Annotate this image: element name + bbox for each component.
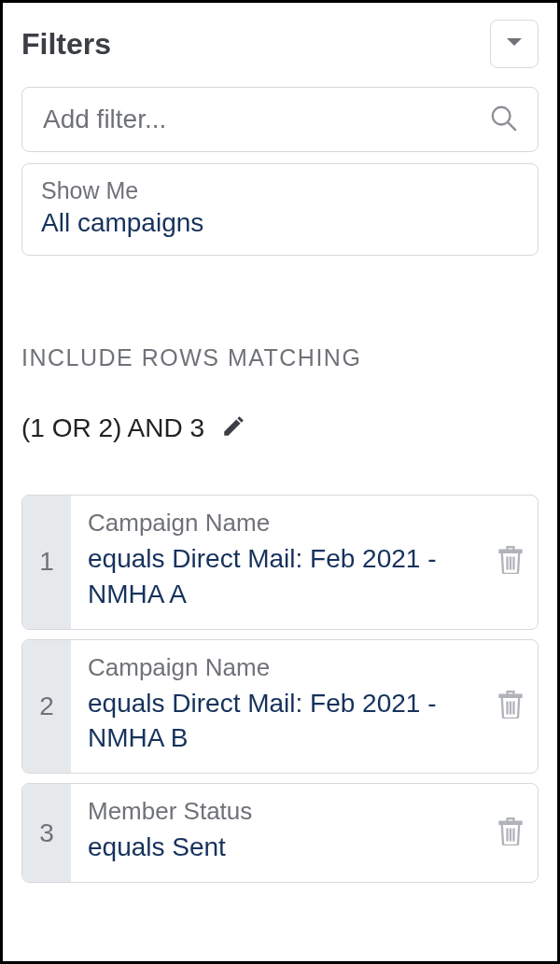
filter-condition: equals Direct Mail: Feb 2021 - NMHA B: [88, 686, 467, 757]
trash-icon: [497, 546, 524, 578]
filter-field-label: Member Status: [88, 797, 467, 826]
filters-menu-button[interactable]: [490, 20, 539, 68]
chevron-down-icon: [505, 35, 524, 52]
pencil-icon[interactable]: [221, 414, 245, 442]
filter-logic-row: (1 OR 2) AND 3: [21, 413, 539, 443]
spacer: [21, 256, 539, 344]
show-me-selector[interactable]: Show Me All campaigns: [21, 163, 539, 256]
filter-row[interactable]: 3 Member Status equals Sent: [21, 783, 539, 883]
filter-row[interactable]: 2 Campaign Name equals Direct Mail: Feb …: [21, 639, 539, 775]
search-icon: [489, 104, 517, 135]
filter-body: Campaign Name equals Direct Mail: Feb 20…: [71, 496, 483, 629]
add-filter-input[interactable]: [43, 105, 489, 134]
add-filter-box[interactable]: [21, 87, 539, 152]
filter-condition: equals Direct Mail: Feb 2021 - NMHA A: [88, 541, 467, 612]
svg-line-1: [509, 123, 516, 131]
delete-filter-button[interactable]: [483, 496, 538, 629]
filter-body: Member Status equals Sent: [71, 784, 483, 882]
show-me-value: All campaigns: [41, 208, 519, 238]
show-me-label: Show Me: [41, 177, 519, 204]
filter-condition: equals Sent: [88, 830, 467, 865]
trash-icon: [497, 691, 524, 722]
filters-header: Filters: [21, 20, 539, 68]
filter-index: 3: [22, 784, 71, 882]
filter-body: Campaign Name equals Direct Mail: Feb 20…: [71, 640, 483, 774]
filter-field-label: Campaign Name: [88, 509, 467, 538]
filter-list: 1 Campaign Name equals Direct Mail: Feb …: [21, 495, 539, 883]
match-rows-heading: Include Rows Matching: [21, 344, 539, 371]
filter-field-label: Campaign Name: [88, 653, 467, 682]
filter-index: 2: [22, 640, 71, 774]
filter-row[interactable]: 1 Campaign Name equals Direct Mail: Feb …: [21, 495, 539, 630]
filter-logic-expression: (1 OR 2) AND 3: [21, 413, 204, 443]
filter-index: 1: [22, 496, 71, 629]
trash-icon: [497, 817, 524, 849]
filters-title: Filters: [21, 27, 111, 62]
delete-filter-button[interactable]: [483, 784, 538, 882]
svg-point-0: [493, 107, 511, 125]
delete-filter-button[interactable]: [483, 640, 538, 774]
